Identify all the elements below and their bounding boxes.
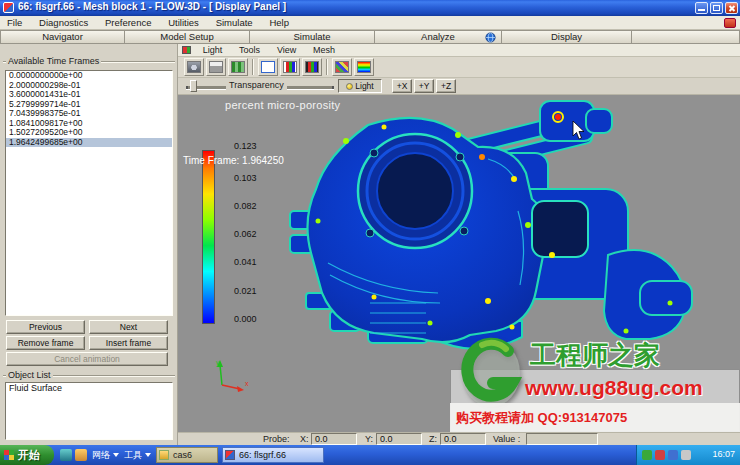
menu-file[interactable]: File bbox=[0, 16, 29, 29]
viewer-menu-mesh[interactable]: Mesh bbox=[306, 44, 342, 56]
taskbar-toolbar-network[interactable]: 网络 bbox=[92, 449, 110, 462]
print-button[interactable] bbox=[206, 58, 226, 76]
canvas-icon bbox=[261, 61, 275, 73]
mdi-child-icon[interactable] bbox=[724, 18, 736, 28]
tab-simulate[interactable]: Simulate bbox=[250, 30, 375, 44]
clock: 16:07 bbox=[712, 449, 735, 459]
time-frame-readout: Time Frame: 1.964250 bbox=[183, 155, 284, 166]
probe-z-field[interactable]: 0.0 bbox=[440, 433, 486, 445]
system-tray: 16:07 bbox=[636, 445, 740, 465]
object-list-title: Object List bbox=[6, 370, 53, 380]
rainbow-scale-button[interactable] bbox=[354, 58, 374, 76]
tab-analyze[interactable]: Analyze bbox=[375, 30, 502, 44]
insert-frame-button[interactable]: Insert frame bbox=[89, 336, 168, 350]
rgb-bars-light-icon bbox=[283, 61, 297, 73]
time-frames-list[interactable]: 0.0000000000e+00 2.0000000298e-01 3.6000… bbox=[5, 70, 173, 316]
tab-model-setup[interactable]: Model Setup bbox=[125, 30, 250, 44]
light-toggle-button[interactable]: Light bbox=[338, 79, 382, 93]
palette-icon bbox=[231, 61, 245, 73]
view-plus-x-button[interactable]: +X bbox=[392, 79, 412, 93]
cancel-animation-button[interactable]: Cancel animation bbox=[6, 352, 168, 366]
background-color-button[interactable] bbox=[258, 58, 278, 76]
color-bars-dark-button[interactable] bbox=[302, 58, 322, 76]
colorbar-label: 0.000 bbox=[234, 314, 274, 324]
tray-network-icon[interactable] bbox=[668, 450, 678, 460]
menu-help[interactable]: Help bbox=[262, 16, 296, 29]
tab-navigator[interactable]: Navigator bbox=[0, 30, 125, 44]
task-button-flow3d[interactable]: 66: flsgrf.66 bbox=[222, 447, 324, 463]
tray-alert-icon[interactable] bbox=[655, 450, 665, 460]
quick-launch-icon[interactable] bbox=[75, 449, 87, 461]
probe-y-label: Y: bbox=[365, 434, 373, 444]
snapshot-button[interactable] bbox=[184, 58, 204, 76]
colorbar-label: 0.021 bbox=[234, 286, 274, 296]
light-bulb-icon bbox=[346, 83, 353, 90]
dither-button[interactable] bbox=[332, 58, 352, 76]
probe-x-label: X: bbox=[300, 434, 309, 444]
menu-preference[interactable]: Preference bbox=[98, 16, 158, 29]
view-plus-z-button[interactable]: +Z bbox=[436, 79, 456, 93]
maximize-icon bbox=[713, 5, 720, 11]
maximize-button[interactable] bbox=[710, 2, 723, 14]
chevron-down-icon[interactable] bbox=[145, 453, 151, 457]
tray-shield-icon[interactable] bbox=[642, 450, 652, 460]
mouse-cursor-icon bbox=[572, 121, 586, 141]
view-plus-y-button[interactable]: +Y bbox=[414, 79, 434, 93]
viewer-menu-light[interactable]: Light bbox=[196, 44, 230, 56]
task-flow3d-label: 66: flsgrf.66 bbox=[239, 450, 286, 460]
flow3d-window: 66: flsgrf.66 - Mesh block 1 - FLOW-3D -… bbox=[0, 0, 740, 465]
palette-button[interactable] bbox=[228, 58, 248, 76]
quick-launch-icon[interactable] bbox=[60, 449, 72, 461]
toolbar-separator bbox=[326, 59, 328, 75]
previous-button[interactable]: Previous bbox=[6, 320, 85, 334]
render-viewport[interactable]: percent micro-porosity Time Frame: 1.964… bbox=[178, 95, 740, 432]
watermark-logo-icon bbox=[460, 333, 522, 409]
probe-z-label: Z: bbox=[429, 434, 437, 444]
probe-value-label: Value : bbox=[493, 434, 520, 444]
tab-display[interactable]: Display bbox=[502, 30, 632, 44]
folder-icon bbox=[159, 450, 169, 460]
tab-bar-filler bbox=[632, 30, 740, 44]
start-button[interactable]: 开始 bbox=[0, 445, 54, 465]
probe-x-field[interactable]: 0.0 bbox=[311, 433, 357, 445]
menu-simulate[interactable]: Simulate bbox=[209, 16, 260, 29]
task-cas6-label: cas6 bbox=[173, 450, 192, 460]
tray-volume-icon[interactable] bbox=[681, 450, 691, 460]
viewer-menu-bar: Light Tools View Mesh bbox=[178, 44, 740, 57]
menu-bar: File Diagnostics Preference Utilities Si… bbox=[0, 16, 740, 30]
object-item-fluid-surface[interactable]: Fluid Surface bbox=[6, 383, 172, 394]
close-button[interactable] bbox=[725, 2, 738, 14]
viewer-menu-view[interactable]: View bbox=[270, 44, 303, 56]
transparency-slider-handle[interactable] bbox=[190, 80, 197, 92]
start-label: 开始 bbox=[18, 449, 40, 461]
colorbar-label: 0.041 bbox=[234, 257, 274, 267]
globe-icon bbox=[485, 32, 496, 43]
probe-value-field[interactable] bbox=[526, 433, 598, 445]
axis-triad: y x bbox=[208, 357, 252, 393]
watermark-contact: 购买教程请加 QQ:913147075 bbox=[450, 403, 740, 432]
axis-x-label: x bbox=[245, 380, 249, 387]
viewer-menu-tools[interactable]: Tools bbox=[232, 44, 267, 56]
color-bars-light-button[interactable] bbox=[280, 58, 300, 76]
next-button[interactable]: Next bbox=[89, 320, 168, 334]
window-title: 66: flsgrf.66 - Mesh block 1 - FLOW-3D -… bbox=[18, 1, 286, 12]
chevron-down-icon[interactable] bbox=[113, 453, 119, 457]
object-list[interactable]: Fluid Surface bbox=[5, 382, 173, 440]
light-label: Light bbox=[355, 81, 373, 91]
probe-y-field[interactable]: 0.0 bbox=[376, 433, 422, 445]
taskbar-toolbar-tools[interactable]: 工具 bbox=[124, 449, 142, 462]
menu-diagnostics[interactable]: Diagnostics bbox=[32, 16, 95, 29]
remove-frame-button[interactable]: Remove frame bbox=[6, 336, 85, 350]
watermark-title: 工程师之家 bbox=[530, 338, 660, 373]
task-button-cas6[interactable]: cas6 bbox=[156, 447, 218, 463]
minimize-button[interactable] bbox=[695, 2, 708, 14]
menu-utilities[interactable]: Utilities bbox=[161, 16, 206, 29]
time-frame-item-selected[interactable]: 1.9642499685e+00 bbox=[6, 138, 172, 148]
colorbar-label: 0.062 bbox=[234, 229, 274, 239]
colorbar-gradient bbox=[202, 150, 215, 324]
viewer-toolbar bbox=[178, 57, 740, 78]
minimize-icon bbox=[698, 9, 705, 11]
view-controls: Transparency Light +X +Y +Z bbox=[178, 78, 740, 95]
toolbar-separator bbox=[252, 59, 254, 75]
dot-matrix-icon bbox=[335, 61, 349, 73]
